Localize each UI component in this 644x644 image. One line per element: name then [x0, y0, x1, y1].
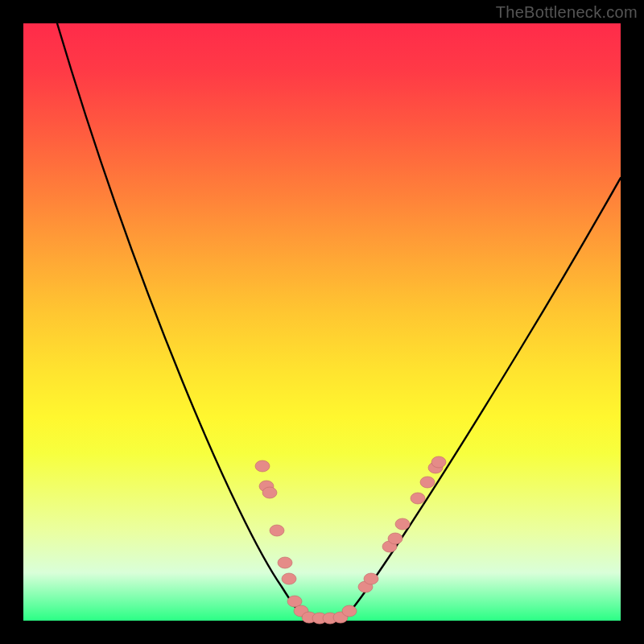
data-dot-21	[431, 456, 446, 468]
data-dot-0	[255, 460, 270, 472]
data-dot-16	[388, 533, 402, 544]
data-dot-14	[364, 573, 378, 584]
data-dot-17	[395, 518, 410, 530]
data-dot-4	[278, 557, 292, 568]
curve-left-curve	[57, 23, 305, 618]
chart-overlay	[23, 23, 621, 621]
data-dot-5	[282, 573, 296, 584]
data-dot-18	[411, 493, 425, 504]
data-dot-3	[270, 525, 284, 536]
attribution-label: TheBottleneck.com	[496, 3, 638, 22]
data-dot-2	[262, 487, 277, 498]
data-dot-19	[420, 477, 435, 488]
data-dot-12	[342, 605, 357, 617]
curve-right-curve	[344, 178, 621, 618]
bottleneck-curves	[57, 23, 621, 620]
data-dots	[255, 456, 446, 624]
